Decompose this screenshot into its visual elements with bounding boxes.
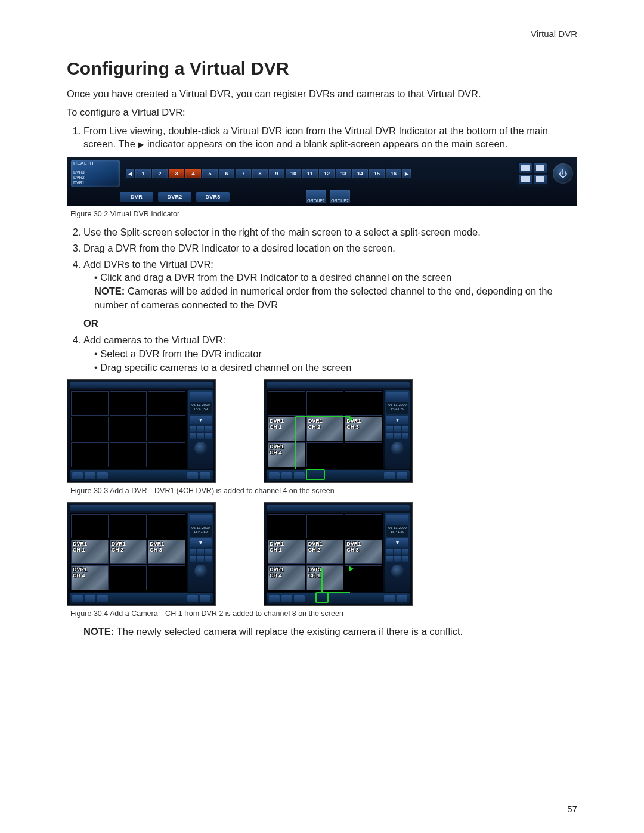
sidepanel-sq[interactable] [394,556,401,562]
grid-cell[interactable] [110,391,147,416]
botstrip-button[interactable] [97,472,108,479]
sidepanel-sq[interactable] [190,549,196,555]
channel-number-button[interactable]: 1 [135,169,151,178]
sidepanel-sq[interactable] [205,549,212,555]
grid-cell[interactable] [148,391,185,416]
sidepanel-sq[interactable] [386,549,393,555]
botstrip-button[interactable] [200,595,210,602]
grid-cell[interactable] [71,514,109,538]
sidepanel-sq[interactable] [394,549,401,555]
botstrip-button[interactable] [72,595,83,602]
channel-number-button[interactable]: 3 [169,169,184,178]
grid-cell[interactable]: DVR1 CH 1 [268,417,305,441]
botstrip-button[interactable] [384,595,395,602]
channel-number-button[interactable]: 7 [236,169,251,178]
botstrip-button[interactable] [281,472,292,479]
channel-number-button[interactable]: 6 [219,169,234,178]
grid-cell[interactable]: DVR1 CH 4 [71,565,109,590]
grid-cell[interactable] [71,442,109,467]
sidepanel-button[interactable] [386,392,408,400]
grid-cell[interactable]: DVR1 CH 2 [306,417,344,441]
grid-cell[interactable]: DVR1 CH 4 [268,442,305,467]
sidepanel-chevron-icon[interactable]: ▾ [386,538,408,547]
botstrip-button[interactable] [294,595,305,602]
botstrip-button[interactable] [85,472,95,479]
sidepanel-round-button[interactable] [194,442,208,455]
grid-cell[interactable] [110,514,147,538]
botstrip-button[interactable] [187,472,198,479]
health-indicator[interactable]: HEALTH DVR3 DVR2 DVR1 [71,160,120,187]
grid-cell[interactable] [306,514,344,538]
grid-cell[interactable] [71,391,109,416]
grid-cell[interactable] [345,514,382,538]
grid-cell[interactable] [148,442,185,467]
channel-number-button[interactable]: 4 [185,169,201,178]
sidepanel-sq[interactable] [205,433,212,439]
sidepanel-sq[interactable] [402,426,408,432]
grid-cell[interactable] [268,391,305,416]
grid-cell[interactable]: DVR1 CH 4 [268,565,305,590]
grid-cell[interactable] [110,565,147,590]
channel-next-button[interactable]: ▶ [402,169,411,178]
channel-number-button[interactable]: 11 [302,169,318,178]
sidepanel-sq[interactable] [386,433,393,439]
channel-number-button[interactable]: 5 [202,169,218,178]
virtual-dvr-group-icon[interactable]: GROUP2 [330,190,350,203]
grid-cell[interactable] [306,442,344,467]
split-mode-button[interactable] [534,163,547,173]
dvr-tab[interactable]: DVR2 [158,192,191,202]
botstrip-button[interactable] [72,472,83,479]
channel-number-button[interactable]: 2 [152,169,168,178]
botstrip-button[interactable] [269,472,280,479]
sidepanel-button[interactable] [190,392,212,400]
grid-cell[interactable] [110,417,147,441]
channel-number-button[interactable]: 9 [269,169,284,178]
sidepanel-sq[interactable] [190,426,196,432]
botstrip-button[interactable] [281,595,292,602]
grid-cell[interactable]: DVR1 CH 2 [110,540,147,564]
grid-cell[interactable]: DVR1 CH 3 [345,540,382,564]
sidepanel-sq[interactable] [386,426,393,432]
channel-number-button[interactable]: 14 [352,169,368,178]
grid-cell[interactable] [345,391,382,416]
channel-number-button[interactable]: 10 [286,169,301,178]
split-screen-selector[interactable] [516,161,549,187]
grid-cell[interactable] [71,417,109,441]
sidepanel-round-button[interactable] [194,565,208,578]
split-mode-button[interactable] [519,175,532,184]
sidepanel-round-button[interactable] [391,565,404,578]
grid-cell[interactable] [148,514,185,538]
sidepanel-sq[interactable] [394,426,401,432]
sidepanel-sq[interactable] [197,433,204,439]
grid-cell[interactable] [306,391,344,416]
dvr-tab[interactable]: DVR3 [196,192,230,202]
grid-cell[interactable]: DVR1 CH 1 [71,540,109,564]
sidepanel-button[interactable] [190,515,212,523]
sidepanel-sq[interactable] [190,556,196,562]
channel-number-button[interactable]: 8 [252,169,268,178]
sidepanel-sq[interactable] [402,549,408,555]
botstrip-button[interactable] [85,595,95,602]
sidepanel-sq[interactable] [402,556,408,562]
split-mode-button[interactable] [534,175,547,184]
channel-number-button[interactable]: 13 [336,169,351,178]
grid-cell[interactable]: DVR1 CH 3 [148,540,185,564]
channel-number-button[interactable]: 16 [386,169,401,178]
sidepanel-sq[interactable] [205,426,212,432]
grid-cell[interactable] [148,565,185,590]
botstrip-button[interactable] [97,595,108,602]
botstrip-button[interactable] [187,595,198,602]
grid-cell[interactable] [345,442,382,467]
grid-cell[interactable]: DVR1 CH 1 [268,540,305,564]
sidepanel-sq[interactable] [386,556,393,562]
botstrip-button[interactable] [397,472,407,479]
botstrip-button[interactable] [384,472,395,479]
sidepanel-button[interactable] [386,515,408,523]
virtual-dvr-group-icon[interactable]: GROUP1 [306,190,326,203]
sidepanel-chevron-icon[interactable]: ▾ [190,538,212,547]
sidepanel-sq[interactable] [197,426,204,432]
channel-number-button[interactable]: 12 [319,169,335,178]
botstrip-button[interactable] [269,595,280,602]
sidepanel-sq[interactable] [394,433,401,439]
grid-cell[interactable] [268,514,305,538]
